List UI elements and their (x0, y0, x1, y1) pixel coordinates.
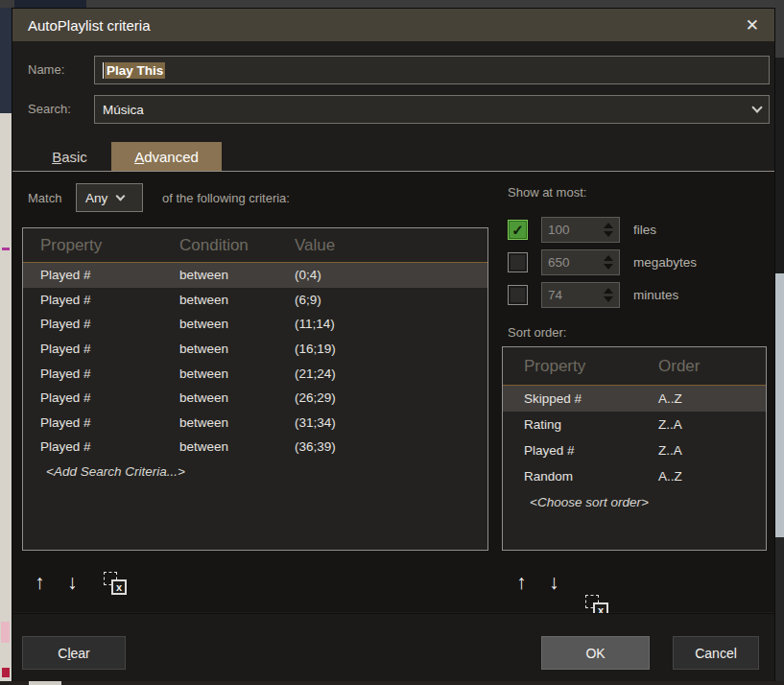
files-checkbox[interactable]: ✓ (508, 220, 528, 240)
criteria-header[interactable]: Property Condition Value (23, 228, 487, 263)
minutes-checkbox[interactable] (508, 285, 528, 305)
text-caret (103, 62, 104, 79)
choose-sort-order-row[interactable]: <Choose sort order> (503, 489, 766, 515)
name-label: Name: (28, 62, 64, 77)
chevron-down-icon (751, 102, 762, 112)
spinner-arrows-icon[interactable] (604, 288, 613, 302)
dialog-footer (12, 613, 774, 681)
autoplaylist-criteria-dialog: AutoPlaylist criteria ✕ Name: Play This … (12, 8, 775, 681)
table-row[interactable]: Played #between(26;29) (23, 386, 487, 411)
column-header-property[interactable]: Property (40, 236, 179, 255)
background-right-strip (775, 0, 784, 685)
background-bottom-strip (0, 681, 784, 685)
table-row[interactable]: Skipped #A..Z (503, 386, 766, 412)
column-header-condition[interactable]: Condition (179, 236, 295, 255)
minutes-count-spinner[interactable]: 74 (541, 282, 620, 308)
dialog-title: AutoPlaylist criteria (28, 17, 151, 34)
table-row[interactable]: Played #between(36;39) (23, 435, 487, 460)
name-input[interactable]: Play This (94, 56, 770, 84)
spinner-arrows-icon[interactable] (604, 255, 613, 270)
name-value: Play This (105, 62, 165, 79)
table-row[interactable]: Played #between(16;19) (23, 337, 487, 362)
table-row[interactable]: Played #between(31;34) (23, 411, 487, 436)
show-at-most-label: Show at most: (508, 185, 586, 200)
delete-x-icon: x (111, 579, 127, 595)
add-search-criteria-row[interactable]: <Add Search Criteria...> (23, 460, 487, 484)
search-label: Search: (28, 102, 71, 116)
minutes-unit-label: minutes (633, 288, 678, 302)
search-value: Música (103, 103, 144, 117)
match-mode-dropdown[interactable]: Any (76, 183, 143, 212)
cancel-button[interactable]: Cancel (673, 636, 759, 670)
search-dropdown[interactable]: Música (94, 95, 770, 124)
criteria-move-down-button[interactable]: ↓ (67, 572, 78, 592)
criteria-move-up-button[interactable]: ↑ (35, 572, 45, 592)
sort-header[interactable]: Property Order (503, 347, 766, 386)
criteria-delete-button[interactable]: x (104, 572, 127, 595)
match-mode-value: Any (85, 191, 107, 205)
chevron-down-icon (116, 192, 126, 201)
table-row[interactable]: Played #between(6;9) (23, 288, 487, 313)
column-header-value[interactable]: Value (295, 236, 487, 255)
tab-basic[interactable]: Basic (28, 142, 111, 171)
table-row[interactable]: Played #Z..A (503, 437, 766, 463)
table-row[interactable]: Played #between(11;14) (23, 312, 487, 337)
screen: AutoPlaylist criteria ✕ Name: Play This … (0, 0, 784, 685)
background-left-strip (0, 8, 12, 681)
megabytes-count-spinner[interactable]: 650 (541, 249, 620, 275)
spinner-arrows-icon[interactable] (604, 223, 613, 237)
match-label: Match (28, 191, 61, 205)
clear-button[interactable]: Clear (22, 636, 126, 670)
files-unit-label: files (633, 223, 656, 237)
sort-move-down-button[interactable]: ↓ (549, 572, 559, 592)
tab-advanced[interactable]: Advanced (111, 142, 222, 171)
megabytes-unit-label: megabytes (633, 255, 697, 270)
close-icon[interactable]: ✕ (746, 17, 759, 34)
megabytes-checkbox[interactable] (508, 252, 528, 272)
criteria-table[interactable]: Property Condition Value Played #between… (22, 227, 488, 551)
limit-minutes-row: 74 minutes (508, 282, 678, 308)
sort-order-label: Sort order: (508, 325, 566, 340)
background-top-strip (0, 0, 784, 8)
sort-move-up-button[interactable]: ↑ (516, 572, 527, 592)
sort-order-table[interactable]: Property Order Skipped #A..Z RatingZ..A … (502, 346, 767, 551)
ok-button[interactable]: OK (541, 636, 650, 670)
table-row[interactable]: RatingZ..A (503, 412, 766, 437)
table-row[interactable]: Played #between(21;24) (23, 361, 487, 386)
column-header-order[interactable]: Order (658, 357, 766, 376)
files-count-spinner[interactable]: 100 (541, 217, 620, 243)
limit-megabytes-row: 650 megabytes (508, 249, 697, 275)
table-row[interactable]: Played #between(0;4) (23, 263, 487, 288)
match-suffix-label: of the following criteria: (162, 191, 290, 205)
title-bar[interactable]: AutoPlaylist criteria ✕ (12, 9, 774, 41)
table-row[interactable]: RandomA..Z (503, 463, 766, 489)
background-thumbnail (14, 0, 86, 8)
limit-files-row: ✓ 100 files (508, 217, 656, 243)
column-header-property[interactable]: Property (524, 357, 658, 376)
